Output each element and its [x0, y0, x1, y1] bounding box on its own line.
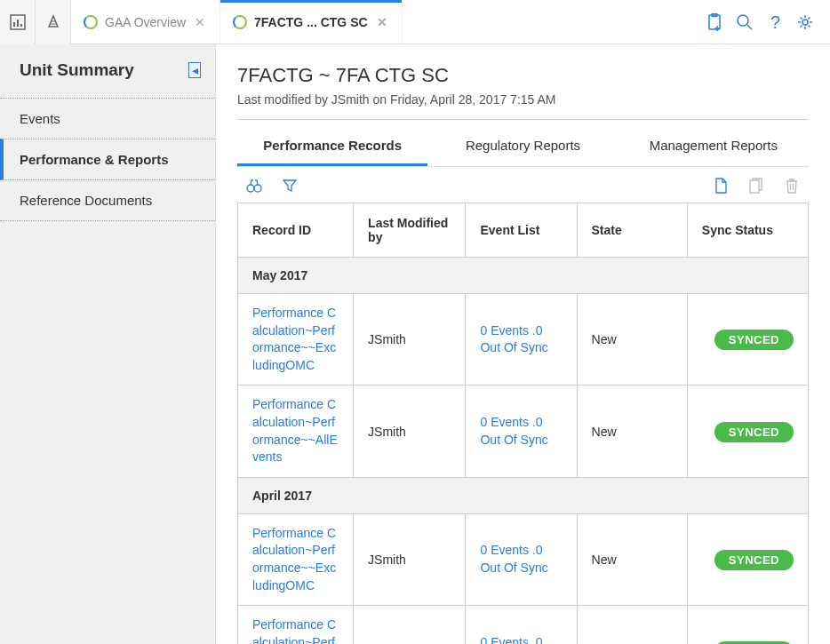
topbar-actions: ? [690, 0, 830, 44]
sync-badge: SYNCED [714, 330, 794, 350]
cell-modified-by: JSmith [354, 606, 466, 644]
cell-sync-status: SYNCED [687, 513, 808, 605]
cell-state: New [577, 386, 687, 477]
main-layout: Unit Summary ◂ EventsPerformance & Repor… [0, 44, 830, 644]
header-last-modified[interactable]: Last Modified by [354, 203, 466, 258]
content-area: 7FACTG ~ 7FA CTG SC Last modified by JSm… [216, 44, 830, 644]
hierarchy-icon[interactable] [36, 0, 71, 44]
event-list-link[interactable]: 0 Events .0 Out Of Sync [480, 322, 562, 357]
trash-icon[interactable] [784, 178, 800, 194]
table-row: Performance Calculation~Performance~~Exc… [238, 513, 809, 605]
header-record-id[interactable]: Record ID [238, 203, 354, 258]
group-label: April 2017 [238, 477, 809, 513]
topbar-left [0, 0, 71, 44]
table-row: Performance Calculation~Performance~~All… [238, 606, 809, 644]
svg-rect-16 [750, 180, 759, 193]
help-icon[interactable]: ? [766, 13, 784, 31]
cell-state: New [577, 294, 687, 386]
close-icon[interactable]: ✕ [193, 15, 207, 29]
records-table: Record ID Last Modified by Event List St… [237, 203, 809, 644]
svg-rect-3 [20, 24, 22, 27]
binoculars-icon[interactable] [246, 178, 262, 194]
sidebar-nav: EventsPerformance & ReportsReference Doc… [0, 98, 215, 221]
tab-label: 7FACTG ... CTG SC [254, 15, 368, 29]
group-row[interactable]: April 2017 [238, 477, 809, 513]
svg-point-13 [802, 20, 808, 25]
cell-event-list: 0 Events .0 Out Of Sync [466, 294, 577, 386]
tab-label: GAA Overview [105, 15, 186, 29]
clipboard-icon[interactable] [706, 13, 723, 31]
content-tabs: Performance RecordsRegulatory ReportsMan… [237, 125, 809, 167]
event-list-link[interactable]: 0 Events .0 Out Of Sync [480, 542, 562, 576]
cell-record-id: Performance Calculation~Performance~~Exc… [238, 294, 354, 386]
cell-record-id: Performance Calculation~Performance~~All… [238, 386, 354, 477]
cell-state: New [577, 513, 687, 605]
gear-icon[interactable] [796, 13, 814, 31]
sync-badge: SYNCED [714, 550, 794, 570]
record-link[interactable]: Performance Calculation~Performance~~Exc… [252, 525, 339, 594]
svg-point-15 [254, 185, 261, 192]
cell-modified-by: JSmith [354, 386, 466, 477]
event-list-link[interactable]: 0 Events .0 Out Of Sync [480, 634, 562, 644]
header-state[interactable]: State [577, 203, 687, 258]
topbar: GAA Overview ✕ 7FACTG ... CTG SC ✕ ? [0, 0, 830, 44]
group-row[interactable]: May 2017 [238, 258, 809, 294]
toolbar-right [713, 178, 800, 194]
new-document-icon[interactable] [713, 178, 729, 194]
svg-rect-6 [709, 15, 720, 29]
svg-point-10 [738, 15, 748, 26]
sidebar: Unit Summary ◂ EventsPerformance & Repor… [0, 44, 216, 644]
document-tabs: GAA Overview ✕ 7FACTG ... CTG SC ✕ [71, 0, 690, 44]
toolbar-left [246, 178, 298, 194]
collapse-icon[interactable]: ◂ [188, 62, 201, 78]
page-title: 7FACTG ~ 7FA CTG SC [237, 64, 809, 87]
sidebar-title: Unit Summary [20, 60, 134, 80]
header-sync-status[interactable]: Sync Status [687, 203, 808, 258]
cell-modified-by: JSmith [354, 294, 466, 386]
subtab-regulatory-reports[interactable]: Regulatory Reports [427, 125, 618, 166]
group-label: May 2017 [238, 258, 809, 294]
table-row: Performance Calculation~Performance~~All… [238, 386, 809, 477]
cell-event-list: 0 Events .0 Out Of Sync [466, 606, 577, 644]
tab-7factg[interactable]: 7FACTG ... CTG SC ✕ [220, 0, 403, 44]
header-event-list[interactable]: Event List [466, 203, 577, 258]
sidebar-header: Unit Summary ◂ [0, 44, 215, 98]
tab-gaa-overview[interactable]: GAA Overview ✕ [71, 0, 220, 44]
svg-line-11 [747, 25, 752, 29]
filter-icon[interactable] [282, 178, 298, 194]
svg-rect-1 [13, 22, 15, 27]
cell-record-id: Performance Calculation~Performance~~All… [238, 606, 354, 644]
subtab-performance-records[interactable]: Performance Records [237, 125, 427, 166]
cell-event-list: 0 Events .0 Out Of Sync [466, 386, 577, 477]
search-icon[interactable] [736, 13, 754, 31]
record-link[interactable]: Performance Calculation~Performance~~All… [252, 616, 339, 644]
sidebar-item-reference-documents[interactable]: Reference Documents [0, 179, 215, 221]
sync-badge: SYNCED [714, 422, 794, 442]
cell-modified-by: JSmith [354, 513, 466, 605]
dashboard-icon[interactable] [0, 0, 36, 44]
svg-point-14 [247, 185, 254, 192]
cell-sync-status: SYNCED [687, 386, 808, 477]
cell-sync-status: SYNCED [687, 294, 808, 386]
page-subtitle: Last modified by JSmith on Friday, April… [237, 92, 809, 120]
table-row: Performance Calculation~Performance~~Exc… [238, 294, 809, 386]
record-link[interactable]: Performance Calculation~Performance~~Exc… [252, 305, 339, 374]
tab-icon [84, 15, 98, 29]
record-link[interactable]: Performance Calculation~Performance~~All… [252, 396, 339, 465]
sidebar-item-events[interactable]: Events [0, 98, 215, 139]
svg-rect-2 [17, 20, 19, 27]
event-list-link[interactable]: 0 Events .0 Out Of Sync [480, 414, 562, 449]
close-icon[interactable]: ✕ [375, 15, 389, 29]
cell-event-list: 0 Events .0 Out Of Sync [466, 513, 577, 605]
cell-state: New [577, 606, 687, 644]
svg-text:?: ? [770, 13, 780, 31]
tab-icon [233, 15, 247, 29]
copy-icon[interactable] [748, 178, 764, 194]
subtab-management-reports[interactable]: Management Reports [619, 125, 809, 166]
cell-sync-status: SYNCED [687, 606, 808, 644]
table-header-row: Record ID Last Modified by Event List St… [238, 203, 809, 258]
cell-record-id: Performance Calculation~Performance~~Exc… [238, 513, 354, 605]
sidebar-item-performance-reports[interactable]: Performance & Reports [0, 139, 215, 180]
toolbar [237, 167, 809, 203]
